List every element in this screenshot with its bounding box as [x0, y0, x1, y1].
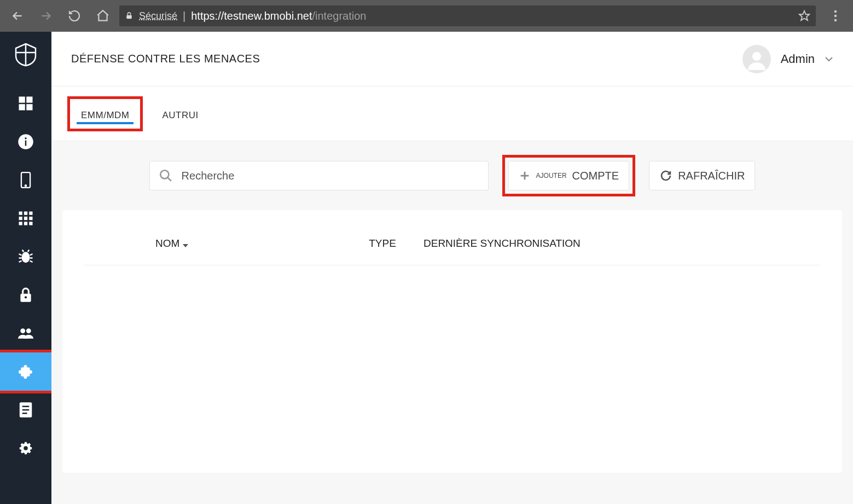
browser-menu-button[interactable] — [823, 4, 848, 28]
user-menu[interactable]: Admin — [742, 45, 833, 73]
secure-label: Sécurisé — [139, 10, 177, 22]
tab-label: EMM/MDM — [81, 110, 129, 120]
svg-point-27 — [26, 328, 31, 333]
svg-rect-5 — [19, 97, 25, 103]
tabs: EMM/MDM AUTRUI — [51, 86, 853, 141]
svg-rect-8 — [26, 104, 32, 110]
tab-label: AUTRUI — [162, 110, 198, 120]
sidebar-item-settings[interactable] — [0, 429, 51, 467]
svg-point-2 — [834, 10, 837, 13]
address-bar[interactable]: Sécurisé | https://testnew.bmobi.net/int… — [119, 5, 816, 26]
svg-rect-19 — [29, 217, 32, 220]
add-account-button[interactable]: AJOUTER COMPTE — [508, 161, 630, 190]
search-icon — [159, 169, 173, 183]
home-button[interactable] — [91, 4, 115, 28]
svg-point-32 — [24, 446, 28, 450]
svg-rect-16 — [29, 212, 32, 215]
svg-point-23 — [22, 252, 30, 263]
sidebar-item-device[interactable] — [0, 161, 51, 199]
sidebar — [0, 32, 51, 504]
sidebar-item-document[interactable] — [0, 391, 51, 429]
sidebar-item-integration[interactable] — [0, 352, 51, 391]
refresh-button[interactable]: RAFRAÎCHIR — [649, 161, 755, 190]
sidebar-item-info[interactable] — [0, 123, 51, 161]
lock-icon — [125, 11, 134, 20]
tab-autrui[interactable]: AUTRUI — [151, 99, 209, 129]
top-header: DÉFENSE CONTRE LES MENACES Admin — [51, 32, 853, 86]
svg-rect-17 — [19, 217, 22, 220]
col-nom-label: NOM — [155, 237, 179, 250]
star-icon[interactable] — [798, 10, 810, 22]
plus-icon — [519, 170, 531, 182]
sidebar-item-bug[interactable] — [0, 237, 51, 276]
svg-point-3 — [834, 15, 837, 18]
svg-rect-20 — [19, 222, 22, 225]
svg-rect-0 — [126, 15, 131, 19]
svg-point-13 — [25, 185, 26, 186]
reload-button[interactable] — [62, 4, 86, 28]
search-input[interactable] — [182, 170, 479, 182]
svg-rect-14 — [19, 212, 22, 215]
svg-point-26 — [20, 328, 25, 333]
toolbar: AJOUTER COMPTE RAFRAÎCHIR — [51, 141, 853, 210]
back-button[interactable] — [5, 4, 30, 28]
add-label: COMPTE — [572, 170, 619, 182]
forward-button[interactable] — [34, 4, 58, 28]
svg-rect-7 — [19, 104, 25, 110]
column-header-nom[interactable]: NOM — [155, 237, 341, 250]
avatar — [742, 45, 771, 73]
svg-rect-22 — [29, 222, 32, 225]
svg-rect-30 — [22, 409, 30, 411]
svg-rect-10 — [25, 141, 27, 146]
search-box[interactable] — [149, 161, 489, 190]
sort-icon — [183, 240, 188, 247]
svg-point-4 — [834, 19, 837, 22]
url-path: /integration — [312, 10, 366, 22]
table-card: NOM TYPE DERNIÈRE SYNCHRONISATION — [62, 210, 842, 473]
sidebar-item-users[interactable] — [0, 314, 51, 352]
svg-rect-21 — [24, 222, 27, 225]
browser-toolbar: Sécurisé | https://testnew.bmobi.net/int… — [0, 0, 853, 32]
app-logo — [13, 42, 39, 68]
tab-emm-mdm[interactable]: EMM/MDM — [70, 99, 140, 129]
svg-point-33 — [752, 52, 761, 61]
main-content: DÉFENSE CONTRE LES MENACES Admin EMM/MDM — [51, 32, 853, 504]
svg-point-34 — [160, 170, 169, 178]
add-small-label: AJOUTER — [536, 172, 567, 179]
chevron-down-icon — [825, 56, 833, 62]
sidebar-item-apps[interactable] — [0, 199, 51, 237]
svg-rect-6 — [26, 97, 32, 103]
content-area: NOM TYPE DERNIÈRE SYNCHRONISATION — [51, 210, 853, 504]
svg-point-25 — [25, 296, 27, 298]
svg-marker-35 — [183, 244, 188, 247]
url-text: https://testnew.bmobi.net/integration — [191, 10, 366, 22]
sidebar-item-lock[interactable] — [0, 276, 51, 314]
column-header-type[interactable]: TYPE — [341, 237, 423, 250]
refresh-label: RAFRAÎCHIR — [678, 170, 745, 182]
url-base: https://testnew.bmobi.net — [191, 10, 312, 22]
sidebar-item-dashboard[interactable] — [0, 84, 51, 123]
svg-rect-31 — [22, 413, 27, 414]
addr-divider: | — [183, 10, 185, 22]
svg-marker-1 — [799, 11, 809, 20]
svg-rect-29 — [22, 406, 30, 408]
table-header: NOM TYPE DERNIÈRE SYNCHRONISATION — [84, 237, 820, 265]
user-name-label: Admin — [781, 52, 815, 66]
svg-rect-18 — [24, 217, 27, 220]
svg-rect-15 — [24, 212, 27, 215]
column-header-sync[interactable]: DERNIÈRE SYNCHRONISATION — [423, 237, 749, 250]
refresh-icon — [659, 169, 672, 182]
page-title: DÉFENSE CONTRE LES MENACES — [71, 53, 260, 65]
svg-point-11 — [25, 137, 27, 140]
